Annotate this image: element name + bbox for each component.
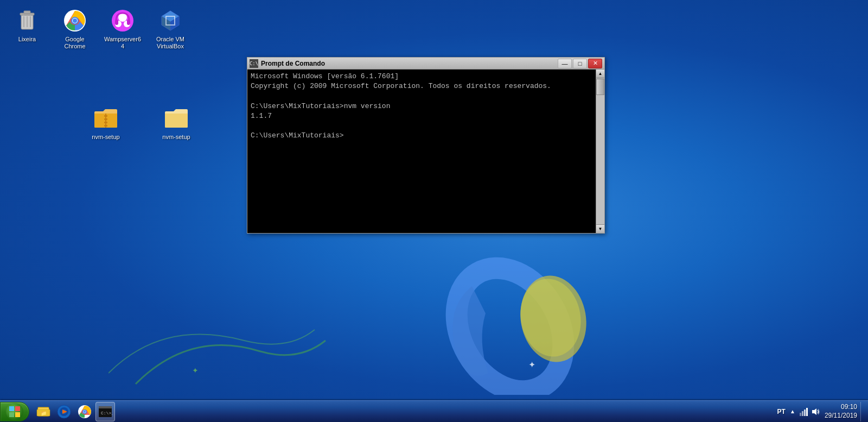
svg-text:📁: 📁 xyxy=(41,410,47,417)
svg-marker-56 xyxy=(812,408,816,415)
cmd-window: C:\ Prompt de Comando — □ ✕ Microsoft Wi… xyxy=(247,57,605,234)
svg-rect-54 xyxy=(804,410,806,416)
lixeira-label: Lixeira xyxy=(18,36,36,43)
svg-rect-32 xyxy=(9,406,14,411)
desktop-icon-lixeira[interactable]: Lixeira xyxy=(5,5,49,52)
nvm-setup-2-icon xyxy=(163,105,189,131)
svg-point-15 xyxy=(73,18,77,23)
cmd-title-text: Prompt de Comando xyxy=(261,60,558,67)
cmd-line-5: 1.1.7 xyxy=(251,111,592,121)
svg-rect-29 xyxy=(104,118,107,120)
tray-expand-button[interactable]: ▲ xyxy=(788,407,797,417)
desktop-icon-nvm-setup-1[interactable]: nvm-setup xyxy=(84,103,127,143)
svg-rect-31 xyxy=(104,125,107,127)
cmd-line-2: Copyright (c) 2009 Microsoft Corporation… xyxy=(251,81,592,91)
desktop-icon-wamp[interactable]: Wampserver64 xyxy=(101,5,144,52)
cmd-content[interactable]: Microsoft Windows [versão 6.1.7601] Copy… xyxy=(247,70,596,233)
close-button[interactable]: ✕ xyxy=(588,59,602,68)
svg-rect-33 xyxy=(15,406,20,411)
chrome-label: Google Chrome xyxy=(55,36,94,50)
svg-rect-21 xyxy=(127,20,130,25)
tray-volume-icon[interactable] xyxy=(810,407,820,417)
svg-point-48 xyxy=(84,411,86,413)
scrollbar-down-button[interactable]: ▼ xyxy=(596,224,604,233)
wamp-label: Wampserver64 xyxy=(103,36,142,50)
svg-rect-53 xyxy=(802,411,803,416)
trash-icon xyxy=(14,8,40,34)
cmd-scrollbar[interactable]: ▲ ▼ xyxy=(596,70,604,233)
svg-rect-34 xyxy=(9,412,14,417)
cmd-body: Microsoft Windows [versão 6.1.7601] Copy… xyxy=(247,70,604,233)
taskbar-right: PT ▲ xyxy=(774,402,868,421)
clock-date: 29/11/2019 xyxy=(825,412,857,420)
desktop-icon-chrome[interactable]: Google Chrome xyxy=(53,5,97,52)
cmd-line-1: Microsoft Windows [versão 6.1.7601] xyxy=(251,72,592,81)
desktop-icon-nvm-setup-2[interactable]: nvm-setup xyxy=(155,103,198,143)
language-indicator: PT xyxy=(777,408,786,415)
windows-logo: ✦ xyxy=(391,243,608,395)
chrome-icon xyxy=(62,8,88,34)
cmd-titlebar[interactable]: C:\ Prompt de Comando — □ ✕ xyxy=(247,58,604,70)
taskbar-media-player-icon[interactable] xyxy=(54,402,74,421)
desktop-second-row-icons: nvm-setup nvm-setup xyxy=(84,103,198,143)
restore-button[interactable]: □ xyxy=(573,59,587,68)
svg-rect-20 xyxy=(115,20,118,25)
cmd-line-3 xyxy=(251,91,592,101)
cmd-title-icon: C:\ xyxy=(250,59,258,68)
svg-text:✦: ✦ xyxy=(528,360,535,369)
nvm-setup-1-icon xyxy=(93,105,119,131)
svg-rect-55 xyxy=(806,408,808,416)
wamp-icon xyxy=(110,8,136,34)
desktop-top-icons: Lixeira Google Chrome xyxy=(5,5,192,52)
cmd-line-4: C:\Users\MixTutoriais>nvm version xyxy=(251,102,592,111)
minimize-button[interactable]: — xyxy=(558,59,572,68)
svg-rect-35 xyxy=(15,412,20,417)
cmd-line-6 xyxy=(251,121,592,131)
svg-rect-50 xyxy=(99,406,112,408)
svg-text:✦: ✦ xyxy=(192,366,199,375)
desktop: ✦ ✦ Lixeira xyxy=(0,0,868,422)
taskbar-chrome-icon[interactable] xyxy=(75,402,94,421)
vbox-label: Oracle VMVirtualBox xyxy=(156,36,184,50)
nvm-setup-1-label: nvm-setup xyxy=(92,134,119,141)
taskbar-cmd-icon[interactable]: C:\>_ xyxy=(95,402,115,421)
svg-rect-30 xyxy=(104,122,107,123)
clock-time: 09:10 xyxy=(841,403,857,412)
vbox-icon xyxy=(157,8,183,34)
scrollbar-up-button[interactable]: ▲ xyxy=(596,70,604,78)
swirl-decoration: ✦ xyxy=(108,286,380,395)
windows-orb xyxy=(6,403,23,420)
svg-rect-7 xyxy=(24,11,30,14)
scrollbar-thumb[interactable] xyxy=(596,79,604,95)
show-desktop-button[interactable] xyxy=(860,402,865,421)
cmd-window-buttons: — □ ✕ xyxy=(558,59,602,68)
taskbar-clock[interactable]: 09:10 29/11/2019 xyxy=(825,403,857,420)
svg-rect-28 xyxy=(104,115,107,117)
tray-network-icon[interactable] xyxy=(799,407,809,417)
svg-rect-52 xyxy=(800,413,801,416)
cmd-line-7: C:\Users\MixTutoriais> xyxy=(251,131,592,141)
start-button[interactable] xyxy=(0,402,29,421)
taskbar-explorer-icon[interactable]: 📁 xyxy=(34,402,53,421)
svg-text:C:\>_: C:\>_ xyxy=(101,411,113,415)
nvm-setup-2-label: nvm-setup xyxy=(162,134,190,141)
taskbar-items: 📁 xyxy=(31,402,774,421)
desktop-icon-vbox[interactable]: Oracle VMVirtualBox xyxy=(149,5,192,52)
taskbar: 📁 xyxy=(0,400,868,422)
system-tray: ▲ xyxy=(788,407,820,417)
